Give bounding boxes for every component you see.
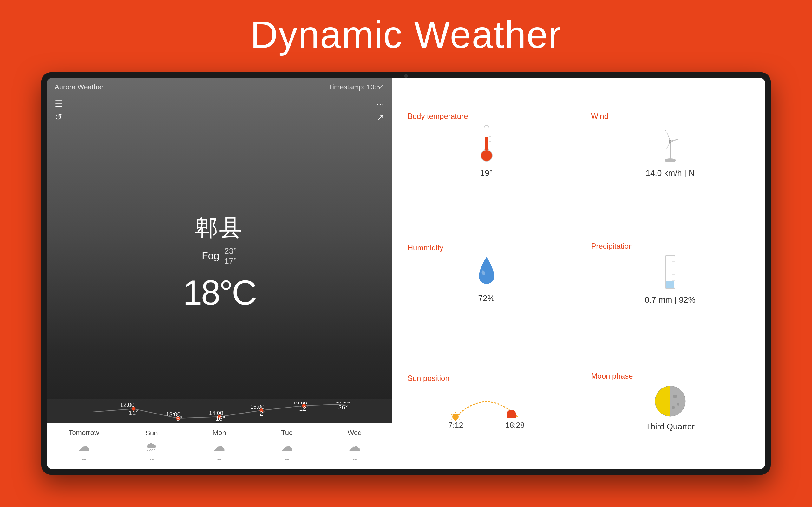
device-camera	[404, 74, 408, 78]
sun-position-title: Sun position	[408, 374, 450, 383]
page-title: Dynamic Weather	[250, 13, 561, 56]
left-controls: ☰ ⋯	[47, 96, 392, 112]
svg-text:26°: 26°	[338, 404, 348, 411]
svg-rect-29	[666, 281, 674, 288]
daily-day-1: Sun	[145, 429, 158, 437]
cloud-icon-4: ☁	[349, 440, 361, 453]
weather-condition: Fog	[202, 250, 219, 262]
svg-line-40	[451, 418, 452, 419]
city-section: 郫县 Fog 23° 17° 18°C	[47, 125, 392, 399]
svg-line-41	[451, 414, 452, 415]
svg-text:-2°: -2°	[257, 410, 265, 417]
svg-rect-18	[485, 136, 489, 151]
wind-title: Wind	[591, 112, 608, 121]
left-panel: Aurora Weather Timestamp: 10:54 ☰ ⋯ ↺ ↗ …	[47, 78, 392, 469]
menu-icon[interactable]: ☰	[55, 99, 62, 109]
body-temperature-card: Body temperature 19°	[395, 81, 578, 210]
refresh-icon[interactable]: ↺	[55, 112, 62, 122]
moon-phase-icon	[653, 384, 688, 418]
precipitation-title: Precipitation	[591, 242, 633, 250]
wind-value: 14.0 km/h | N	[646, 168, 695, 178]
precipitation-card: Precipitation 0.7 mm | 92%	[578, 210, 762, 338]
condition-row: Fog 23° 17°	[202, 246, 237, 266]
svg-point-35	[452, 413, 459, 420]
daily-item-sun: Sun 🌧 --	[133, 429, 171, 463]
svg-point-23	[481, 150, 492, 161]
main-temperature: 18°C	[183, 272, 256, 313]
moon-phase-value: Third Quarter	[646, 422, 695, 432]
cloud-icon-2: ☁	[213, 440, 225, 453]
svg-point-49	[672, 406, 675, 409]
daily-item-tomorrow: Tomorrow ☁ --	[65, 429, 103, 463]
precipitation-value: 0.7 mm | 92%	[645, 295, 696, 305]
device-screen: Aurora Weather Timestamp: 10:54 ☰ ⋯ ↺ ↗ …	[47, 78, 765, 469]
temp-range: 23° 17°	[224, 246, 237, 266]
svg-text:11°: 11°	[129, 409, 138, 416]
cloud-icon-1: 🌧	[146, 440, 158, 453]
daily-item-wed: Wed ☁ --	[336, 429, 374, 463]
svg-rect-42	[507, 414, 516, 418]
daily-item-mon: Mon ☁ --	[200, 429, 238, 463]
humidity-value: 72%	[478, 293, 495, 303]
app-name-label: Aurora Weather	[55, 83, 104, 91]
svg-line-38	[459, 418, 460, 419]
daily-temp-1: --	[149, 456, 154, 463]
svg-point-48	[677, 403, 679, 406]
humidity-card: Hummidity 72%	[395, 210, 578, 338]
device-frame: Aurora Weather Timestamp: 10:54 ☰ ⋯ ↺ ↗ …	[41, 72, 771, 475]
moon-phase-title: Moon phase	[591, 372, 633, 381]
cloud-icon-0: ☁	[78, 440, 90, 453]
svg-text:12:00: 12:00	[120, 402, 135, 408]
daily-day-3: Tue	[281, 429, 293, 437]
svg-text:12°: 12°	[299, 405, 309, 412]
right-panel: Body temperature 19°	[392, 78, 765, 469]
moon-phase-card: Moon phase Third Qua	[578, 337, 762, 466]
temp-high: 23°	[224, 246, 237, 256]
daily-temp-3: --	[285, 456, 289, 463]
daily-day: Tomorrow	[68, 429, 99, 437]
more-icon[interactable]: ⋯	[376, 100, 384, 109]
svg-rect-45	[670, 386, 686, 416]
wind-turbine-icon	[654, 124, 686, 165]
expand-icon[interactable]: ↗	[377, 112, 384, 122]
svg-point-25	[664, 158, 676, 162]
sun-arc-icon	[449, 386, 525, 421]
svg-text:15:00: 15:00	[250, 404, 264, 410]
daily-day-2: Mon	[212, 429, 226, 437]
cloud-icon-3: ☁	[281, 440, 293, 453]
temperature-wave: 12:00 13:00 14:00 15:00 16:00 17:00 11° …	[47, 402, 392, 421]
thermometer-icon	[477, 124, 496, 165]
humidity-title: Hummidity	[408, 243, 444, 252]
sun-position-card: Sun position	[395, 337, 578, 466]
left-header: Aurora Weather Timestamp: 10:54	[47, 78, 392, 96]
daily-forecast: Tomorrow ☁ -- Sun 🌧 -- Mon ☁ -- Tue ☁	[47, 423, 392, 469]
sunrise-time: 7:12	[449, 421, 463, 430]
humidity-drop-icon	[474, 256, 499, 290]
body-temperature-title: Body temperature	[408, 112, 468, 121]
svg-text:-16°: -16°	[213, 415, 225, 421]
wind-card: Wind 14.0 km/h | N	[578, 81, 762, 210]
timestamp-label: Timestamp: 10:54	[328, 83, 384, 91]
daily-temp-2: --	[217, 456, 221, 463]
precipitation-tube-icon	[662, 254, 678, 292]
daily-day-4: Wed	[348, 429, 362, 437]
svg-rect-44	[655, 386, 670, 416]
daily-temp-4: --	[352, 456, 357, 463]
body-temperature-value: 19°	[480, 168, 493, 178]
svg-line-37	[459, 414, 460, 415]
daily-item-tue: Tue ☁ --	[268, 429, 306, 463]
temp-low: 17°	[224, 256, 237, 266]
svg-text:-3°: -3°	[174, 415, 182, 421]
daily-temp-0: --	[82, 456, 86, 463]
city-name: 郫县	[195, 213, 243, 243]
sunset-time: 18:28	[505, 421, 524, 430]
svg-point-47	[673, 395, 677, 398]
svg-rect-24	[670, 143, 671, 160]
